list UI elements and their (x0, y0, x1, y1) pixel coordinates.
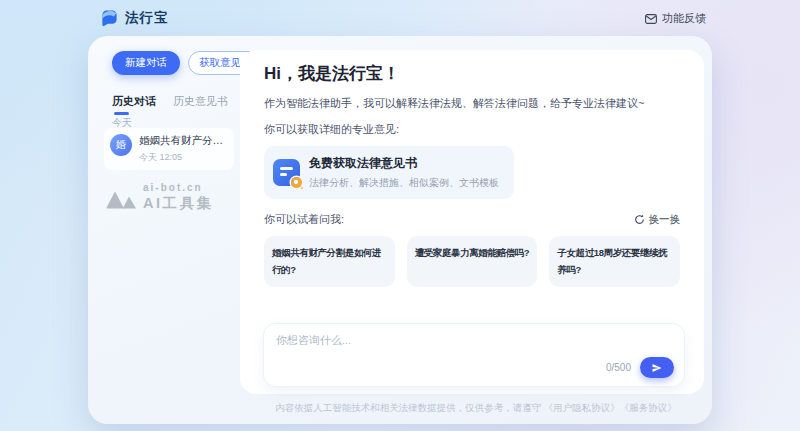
question-card[interactable]: 婚姻共有财产分割是如何进行的? (264, 236, 395, 287)
app-window: 新建对话 获取意见书 历史对话 历史意见书 今天 婚 婚姻共有财产分割是如何..… (88, 36, 712, 424)
envelope-icon (645, 14, 657, 24)
chat-panel: Hi，我是法行宝！ 作为智能法律助手，我可以解释法律法规、解答法律问题，给予专业… (240, 50, 704, 394)
refresh-icon (634, 214, 645, 225)
history-item-texts: 婚姻共有财产分割是如何... 今天 12:05 (139, 134, 233, 164)
privacy-policy-link[interactable]: 《用户隐私协议》 (544, 402, 620, 413)
tab-history-chats[interactable]: 历史对话 (112, 94, 156, 115)
send-button[interactable] (640, 357, 674, 378)
char-counter: 0/500 (606, 362, 631, 373)
disclaimer-footer: 内容依据人工智能技术和相关法律数据提供，仅供参考，请遵守 《用户隐私协议》《服务… (240, 402, 712, 415)
opinion-card-title: 免费获取法律意见书 (309, 155, 499, 172)
app-logo: 法行宝 (100, 8, 169, 27)
tab-history-opinions[interactable]: 历史意见书 (173, 94, 228, 115)
opinion-card-texts: 免费获取法律意见书 法律分析、解决措施、相似案例、文书模板 (309, 155, 499, 190)
question-card[interactable]: 子女超过18周岁还要继续抚养吗? (549, 236, 680, 287)
app-title: 法行宝 (125, 9, 169, 27)
send-icon (651, 362, 663, 374)
suggestions-header: 你可以试着问我: 换一换 (264, 212, 680, 227)
suggest-hint: 你可以试着问我: (264, 212, 344, 227)
feedback-button[interactable]: 功能反馈 (645, 11, 706, 26)
top-bar: 法行宝 功能反馈 (0, 0, 800, 36)
history-item-title: 婚姻共有财产分割是如何... (139, 134, 233, 148)
opinion-card-subtitle: 法律分析、解决措施、相似案例、文书模板 (309, 176, 499, 190)
legal-document-search-icon (273, 159, 300, 186)
refresh-questions-button[interactable]: 换一换 (634, 213, 681, 227)
watermark-name: AI工具集 (143, 194, 214, 213)
input-controls: 0/500 (606, 357, 674, 378)
history-item-time: 今天 12:05 (139, 151, 233, 164)
history-avatar: 婚 (110, 134, 132, 156)
assistant-intro: 作为智能法律助手，我可以解释法律法规、解答法律问题，给予专业法律建议~ (264, 96, 680, 111)
free-opinion-card[interactable]: 免费获取法律意见书 法律分析、解决措施、相似案例、文书模板 (264, 146, 514, 199)
faxingbao-logo-icon (100, 8, 119, 27)
chat-input-box: 0/500 (264, 324, 684, 386)
question-card[interactable]: 遭受家庭暴力离婚能赔偿吗? (407, 236, 538, 287)
app-background: 法行宝 功能反馈 新建对话 获取意见书 历史对话 历史意见书 今天 婚 (0, 0, 800, 431)
watermark-url: ai-bot.cn (143, 182, 214, 193)
watermark: ai-bot.cn AI工具集 (106, 182, 214, 213)
opinion-hint: 你可以获取详细的专业意见: (264, 122, 680, 137)
disclaimer-text: 内容依据人工智能技术和相关法律数据提供，仅供参考，请遵守 (275, 402, 544, 413)
new-chat-button[interactable]: 新建对话 (112, 51, 180, 75)
history-item[interactable]: 婚 婚姻共有财产分割是如何... 今天 12:05 (104, 128, 234, 170)
history-tabs: 历史对话 历史意见书 (112, 94, 228, 115)
suggested-questions: 婚姻共有财产分割是如何进行的? 遭受家庭暴力离婚能赔偿吗? 子女超过18周岁还要… (264, 236, 680, 287)
service-agreement-link[interactable]: 《服务协议》 (620, 402, 677, 413)
watermark-texts: ai-bot.cn AI工具集 (143, 182, 214, 213)
ai-bot-logo-icon (106, 187, 136, 209)
refresh-label: 换一换 (649, 213, 681, 227)
greeting-title: Hi，我是法行宝！ (264, 62, 680, 85)
feedback-label: 功能反馈 (662, 11, 706, 26)
